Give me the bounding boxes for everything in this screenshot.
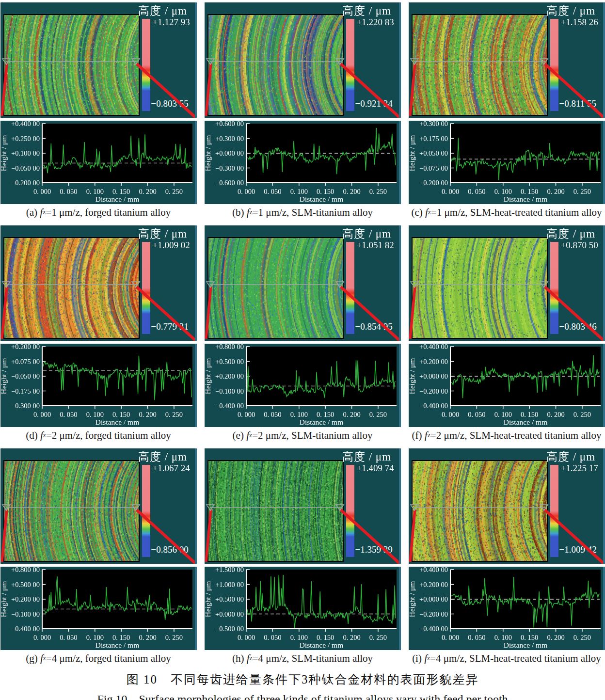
svg-text:0. 150: 0. 150	[521, 188, 538, 195]
surface-map-box: 高度 / μm +1.220 83 −0.921 34	[205, 2, 401, 118]
svg-text:+0.000 00: +0.000 00	[215, 610, 244, 618]
svg-text:+0.200 00: +0.200 00	[419, 358, 448, 366]
profile-callout-overlay	[205, 448, 401, 564]
panel-caption-text: =4 μm/z, SLM-titanium alloy	[253, 652, 373, 665]
panel-caption-prefix: (b)	[232, 207, 247, 219]
svg-text:+0.200 00: +0.200 00	[419, 581, 448, 589]
svg-text:+0.200 00: +0.200 00	[11, 344, 40, 350]
svg-text:−0.200 00: −0.200 00	[419, 610, 448, 618]
surface-map-box: 高度 / μm +1.051 82 −0.854 95	[205, 225, 401, 341]
svg-text:0. 250: 0. 250	[369, 634, 386, 641]
svg-text:0. 100: 0. 100	[494, 188, 511, 195]
svg-text:+0.175 00: +0.175 00	[419, 135, 448, 143]
svg-text:0. 100: 0. 100	[290, 634, 307, 641]
svg-text:0. 200: 0. 200	[343, 188, 360, 195]
svg-text:Distance / mm: Distance / mm	[299, 641, 343, 649]
svg-text:0. 000: 0. 000	[441, 411, 459, 418]
figure: 高度 / μm +1.127 93 −0.803 55 +0.400 00+0.…	[0, 0, 605, 700]
surface-map-box: 高度 / μm +0.870 50 −0.803 46	[409, 225, 605, 341]
panel-caption-prefix: (e)	[233, 430, 247, 442]
svg-text:−0.400 00: −0.400 00	[215, 402, 244, 410]
svg-text:+0.000 00: +0.000 00	[419, 595, 448, 603]
svg-text:−0.500 00: −0.500 00	[215, 625, 244, 633]
profile-chart-box: +0.800 00+0.500 00+0.200 00−0.100 00−0.4…	[205, 344, 401, 427]
svg-text:0. 100: 0. 100	[290, 411, 307, 418]
svg-text:Distance / mm: Distance / mm	[95, 418, 139, 426]
panel-0d: 高度 / μm +1.127 93 −0.803 55 +0.400 00+0.…	[0, 2, 197, 221]
svg-text:Height / μm: Height / μm	[409, 135, 416, 172]
svg-text:0. 000: 0. 000	[441, 634, 459, 641]
svg-text:+0.000 00: +0.000 00	[419, 372, 448, 380]
panel-5d: 高度 / μm +0.870 50 −0.803 46 +0.400 00+0.…	[409, 225, 605, 444]
svg-text:0. 150: 0. 150	[112, 188, 130, 195]
svg-text:+0.200 00: +0.200 00	[215, 372, 244, 380]
panel-caption-prefix: (a)	[26, 207, 40, 219]
svg-text:−0.050 00: −0.050 00	[11, 164, 40, 172]
svg-text:Height / μm: Height / μm	[409, 358, 416, 395]
profile-callout-overlay	[0, 225, 197, 341]
panel-8d: 高度 / μm +1.225 17 −1.009 42 +0.400 00+0.…	[409, 448, 605, 667]
panel-caption: (a) fz=1 μm/z, forged titanium alloy	[0, 204, 197, 221]
svg-text:Distance / mm: Distance / mm	[95, 195, 139, 203]
profile-callout-overlay	[0, 448, 197, 564]
panel-caption-prefix: (i)	[412, 652, 424, 665]
svg-text:−0.300 00: −0.300 00	[215, 164, 244, 172]
svg-text:+0.400 00: +0.400 00	[11, 121, 40, 127]
panel-caption: (e) fz=2 μm/z, SLM-titanium alloy	[205, 427, 401, 444]
svg-text:−0.400 00: −0.400 00	[419, 625, 448, 633]
svg-text:+0.050 00: +0.050 00	[419, 149, 448, 157]
svg-text:−0.075 00: −0.075 00	[419, 164, 448, 172]
svg-text:0. 100: 0. 100	[494, 411, 511, 418]
svg-text:+0.250 00: +0.250 00	[11, 135, 40, 143]
profile-chart: +0.200 00+0.075 00−0.050 00−0.175 00−0.3…	[0, 344, 195, 427]
panel-caption-text: =2 μm/z, SLM-heat-treated titanium alloy	[430, 430, 602, 442]
svg-text:+0.000 00: +0.000 00	[215, 149, 244, 157]
svg-text:+1.000 00: +1.000 00	[215, 581, 244, 589]
svg-text:0. 000: 0. 000	[441, 188, 459, 195]
svg-text:0. 200: 0. 200	[547, 188, 564, 195]
svg-text:Height / μm: Height / μm	[205, 358, 212, 395]
profile-chart-box: +0.400 00+0.200 00+0.000 00−0.200 00−0.4…	[409, 567, 605, 650]
svg-text:−0.300 00: −0.300 00	[11, 402, 40, 410]
svg-text:0. 000: 0. 000	[237, 188, 255, 195]
svg-text:0. 250: 0. 250	[573, 188, 590, 195]
panel-2d: 高度 / μm +1.158 26 −0.811 55 +0.300 00+0.…	[409, 2, 605, 221]
svg-text:+0.500 00: +0.500 00	[215, 358, 244, 366]
svg-text:0. 050: 0. 050	[60, 188, 77, 195]
panel-6d: 高度 / μm +1.067 24 −0.856 00 +0.800 00+0.…	[0, 448, 197, 667]
profile-callout-overlay	[205, 2, 401, 118]
svg-text:0. 100: 0. 100	[86, 188, 103, 195]
panel-caption-text: =1 μm/z, forged titanium alloy	[46, 207, 171, 219]
svg-text:0. 250: 0. 250	[573, 634, 590, 641]
profile-chart: +0.300 00+0.175 00+0.050 00−0.075 00−0.2…	[409, 121, 603, 204]
svg-text:0. 200: 0. 200	[139, 634, 156, 641]
svg-text:+0.600 00: +0.600 00	[215, 121, 244, 127]
profile-chart-box: +0.800 00+0.500 00+0.200 00−0.100 00−0.4…	[0, 567, 197, 650]
surface-map-box: 高度 / μm +1.409 74 −1.359 39	[205, 448, 401, 564]
svg-text:0. 050: 0. 050	[468, 411, 485, 418]
svg-text:−0.200 00: −0.200 00	[11, 179, 40, 187]
svg-text:Distance / mm: Distance / mm	[299, 195, 343, 203]
profile-chart-box: +0.600 00+0.300 00+0.000 00−0.300 00−0.6…	[205, 121, 401, 204]
svg-text:Height / μm: Height / μm	[409, 581, 416, 618]
svg-text:0. 000: 0. 000	[33, 188, 50, 195]
svg-text:−0.050 00: −0.050 00	[11, 372, 40, 380]
svg-text:0. 150: 0. 150	[317, 411, 334, 418]
svg-text:−0.100 00: −0.100 00	[215, 387, 244, 395]
svg-text:−0.200 00: −0.200 00	[419, 179, 448, 187]
svg-text:0. 000: 0. 000	[237, 411, 255, 418]
profile-chart: +0.400 00+0.250 00+0.100 00−0.050 00−0.2…	[0, 121, 195, 204]
svg-text:0. 250: 0. 250	[573, 411, 590, 418]
svg-text:0. 100: 0. 100	[86, 411, 103, 418]
svg-text:0. 150: 0. 150	[317, 634, 334, 641]
panel-caption: (g) fz=4 μm/z, forged titanium alloy	[0, 650, 197, 667]
panel-caption: (f) fz=2 μm/z, SLM-heat-treated titanium…	[409, 427, 605, 444]
svg-text:0. 000: 0. 000	[33, 411, 50, 418]
profile-chart-box: +0.400 00+0.250 00+0.100 00−0.050 00−0.2…	[0, 121, 197, 204]
svg-text:0. 000: 0. 000	[33, 634, 50, 641]
profile-callout-overlay	[409, 2, 605, 118]
svg-text:0. 150: 0. 150	[112, 411, 130, 418]
panel-caption-text: =2 μm/z, SLM-titanium alloy	[252, 430, 372, 442]
panel-caption-text: =1 μm/z, SLM-heat-treated titanium alloy	[431, 207, 602, 219]
svg-text:Distance / mm: Distance / mm	[299, 418, 343, 426]
